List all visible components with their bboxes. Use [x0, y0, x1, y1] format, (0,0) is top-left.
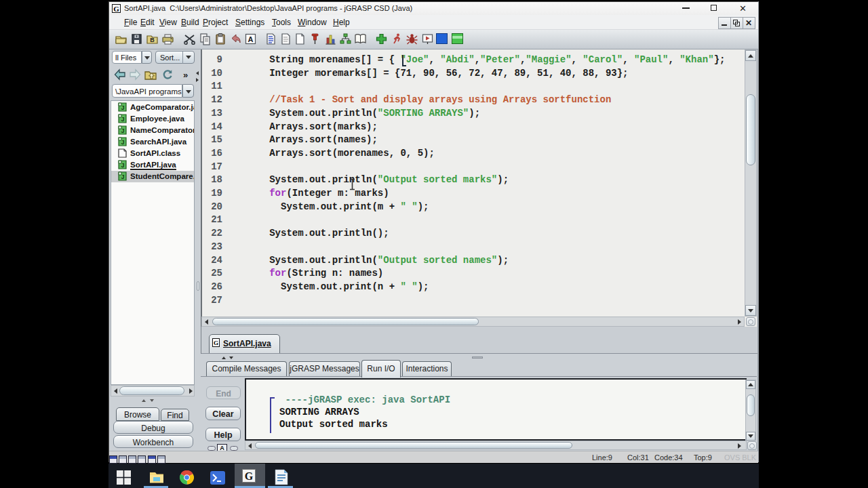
- svg-text:B: B: [150, 37, 155, 43]
- svg-text:J: J: [121, 116, 124, 123]
- svg-text:J: J: [121, 127, 124, 134]
- svg-text:J: J: [121, 104, 124, 111]
- svg-text:J: J: [121, 139, 124, 146]
- svg-text:A: A: [248, 35, 254, 43]
- svg-text:J: J: [121, 174, 124, 180]
- svg-text:J: J: [121, 162, 124, 169]
